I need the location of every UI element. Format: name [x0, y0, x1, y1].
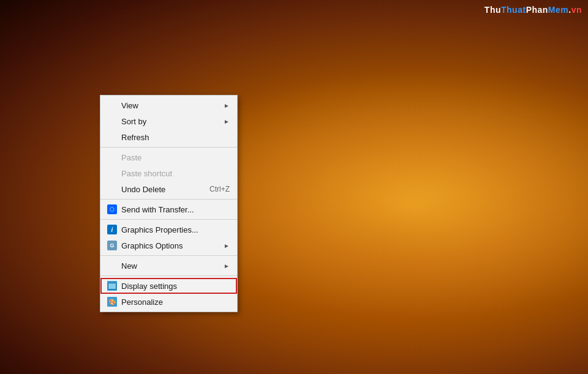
new-label: New [121, 261, 224, 271]
paste-label: Paste [121, 153, 230, 162]
separator-2 [100, 199, 237, 200]
undo-shortcut: Ctrl+Z [209, 185, 230, 193]
undo-label: Undo Delete [121, 185, 209, 194]
context-menu: View ► Sort by ► Refresh Paste Paste sho… [100, 95, 238, 312]
menu-item-graphics-options[interactable]: Graphics Options ► [100, 237, 237, 253]
watermark-thu: Thu [484, 5, 501, 15]
menu-item-send-transfer[interactable]: Send with Transfer... [100, 201, 237, 217]
menu-item-sort-by[interactable]: Sort by ► [100, 113, 237, 129]
new-chevron: ► [224, 263, 230, 269]
desktop-background [0, 0, 588, 374]
sort-label: Sort by [121, 117, 224, 126]
sort-chevron: ► [224, 118, 230, 125]
graphics-options-icon [107, 240, 118, 251]
dropbox-icon [107, 204, 118, 215]
graphics-properties-icon [107, 224, 118, 235]
refresh-icon [107, 132, 118, 143]
sort-icon [107, 116, 118, 127]
personalize-label: Personalize [121, 297, 230, 307]
menu-item-view[interactable]: View ► [100, 97, 237, 113]
separator-1 [100, 147, 237, 148]
watermark-vn: vn [571, 5, 582, 15]
menu-item-paste[interactable]: Paste [100, 149, 237, 165]
watermark-mem: Mem [548, 5, 568, 15]
separator-3 [100, 219, 237, 220]
view-icon [107, 100, 118, 111]
undo-icon [107, 184, 118, 195]
menu-item-refresh[interactable]: Refresh [100, 129, 237, 145]
separator-5 [100, 275, 237, 276]
paste-shortcut-icon [107, 168, 118, 179]
refresh-label: Refresh [121, 133, 230, 142]
separator-4 [100, 255, 237, 256]
menu-item-personalize[interactable]: Personalize [100, 294, 237, 310]
display-settings-label: Display settings [121, 282, 230, 291]
display-settings-icon [107, 280, 118, 291]
paste-icon [107, 152, 118, 163]
watermark-thuat: Thuat [501, 5, 526, 15]
menu-item-new[interactable]: New ► [100, 258, 237, 274]
view-chevron: ► [224, 102, 230, 109]
graphics-options-chevron: ► [224, 242, 230, 249]
menu-item-paste-shortcut[interactable]: Paste shortcut [100, 165, 237, 181]
graphics-properties-label: Graphics Properties... [121, 225, 230, 234]
graphics-options-label: Graphics Options [121, 241, 224, 250]
menu-item-display-settings[interactable]: Display settings [100, 278, 237, 294]
new-icon [107, 260, 118, 271]
watermark-phan: Phan [526, 5, 548, 15]
personalize-icon [107, 296, 118, 307]
watermark: ThuThuatPhanMem.vn [484, 5, 582, 15]
menu-item-graphics-properties[interactable]: Graphics Properties... [100, 222, 237, 237]
view-label: View [121, 101, 224, 110]
menu-item-undo-delete[interactable]: Undo Delete Ctrl+Z [100, 181, 237, 197]
send-transfer-label: Send with Transfer... [121, 205, 230, 214]
paste-shortcut-label: Paste shortcut [121, 169, 230, 178]
